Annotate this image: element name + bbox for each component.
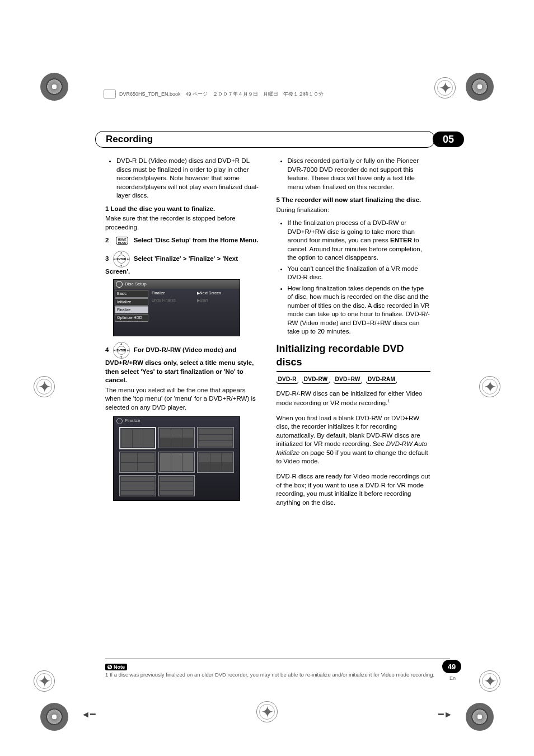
step-text: Select 'Disc Setup' from the Home Menu. (134, 237, 259, 243)
list-item: Finalize (115, 306, 148, 313)
body-paragraph: DVD-R/-RW discs can be initialized for e… (277, 389, 431, 407)
left-column: DVD-R DL (Video mode) discs and DVD+R DL… (105, 157, 260, 633)
step-number: 3 (105, 255, 109, 262)
bullet-text: You can't cancel the finalization of a V… (288, 265, 431, 282)
bullet-text: If the finalization process of a DVD-RW … (288, 219, 431, 262)
crop-ring-icon (466, 703, 494, 731)
book-info-text: DVR650HS_TDR_EN.book 49 ページ ２００７年４月９日 月曜… (119, 91, 324, 98)
list-item: Basic (115, 290, 148, 297)
bullet-text: How long finalization takes depends on t… (288, 284, 431, 336)
disc-icon (116, 418, 123, 424)
registration-mark-icon: ✦ (34, 376, 55, 397)
ds-title: Disc Setup (125, 281, 147, 288)
step-heading: 5 The recorder will now start finalizing… (277, 196, 431, 205)
menu-style-thumb (158, 427, 195, 448)
list-item: Initialize (115, 298, 148, 306)
step-heading: 3 ENTER ▲▼◄► Select 'Finalize' > 'Finali… (105, 251, 260, 276)
menu-style-thumb (119, 427, 156, 449)
footnote-box: ✎Note 1 If a disc was previously finaliz… (105, 659, 450, 678)
enter-button-icon: ENTER ▲▼◄► (113, 251, 130, 267)
step-body: During finalization: (277, 206, 431, 215)
step-body: Make sure that the recorder is stopped b… (105, 214, 260, 232)
book-header: DVR650HS_TDR_EN.book 49 ページ ２００７年４月９日 月曜… (104, 90, 430, 98)
arrow-left-icon: ◄━ (78, 708, 99, 720)
page-number: 49 (442, 660, 461, 673)
list-item: Finalize (152, 290, 193, 295)
step-heading: 2 HOMEMENU Select 'Disc Setup' from the … (105, 236, 260, 245)
home-menu-icon: HOMEMENU (116, 237, 128, 245)
crop-ring-icon (40, 73, 68, 101)
chapter-number: 05 (433, 132, 464, 147)
registration-mark-icon: ✦ (256, 701, 278, 722)
registration-mark-icon: ✦ (479, 376, 500, 397)
chapter-title: Recording (95, 131, 435, 148)
menu-style-thumb (158, 475, 195, 496)
bullet-text: Discs recorded partially or fully on the… (288, 157, 431, 191)
note-badge: ✎Note (105, 664, 127, 670)
footnote-text: 1 If a disc was previously finalized on … (105, 672, 450, 678)
body-paragraph: DVD-R discs are ready for Video mode rec… (277, 472, 431, 507)
menu-style-thumb (197, 452, 234, 473)
disc-icon (116, 281, 123, 288)
step-heading: 1 Load the disc you want to finalize. (105, 205, 260, 214)
step-number: 2 (105, 237, 109, 243)
step-heading: 4 ENTER ▲▼◄► For DVD-R/-RW (Video mode) … (105, 342, 260, 385)
step-number: 4 (105, 346, 109, 353)
finalize-menu-screenshot: Finalize (113, 416, 240, 501)
list-item: ▶Next Screen (197, 290, 238, 295)
page-language: En (449, 675, 456, 681)
book-icon (104, 90, 116, 98)
enter-label: ENTER (390, 237, 412, 243)
section-heading: Initializing recordable DVD discs (277, 342, 431, 373)
chapter-header: Recording 05 (95, 132, 464, 147)
disc-type: DVD+RW (334, 376, 362, 382)
disc-setup-screenshot: Disc Setup Basic Initialize Finalize Opt… (113, 279, 240, 336)
disc-type: DVD-RAM (366, 376, 397, 382)
menu-style-thumb (197, 427, 234, 448)
registration-mark-icon: ✦ (479, 670, 500, 692)
enter-button-icon: ENTER ▲▼◄► (113, 342, 130, 359)
crop-ring-icon (466, 73, 494, 101)
menu-style-thumb (119, 475, 156, 496)
pencil-icon: ✎ (107, 665, 112, 669)
list-item: ▶Start (197, 298, 238, 303)
arrow-right-icon: ━► (435, 708, 456, 720)
right-column: Discs recorded partially or fully on the… (277, 157, 431, 633)
list-item: Optimize HDD (115, 314, 148, 321)
disc-type: DVD-R (277, 376, 298, 382)
crop-ring-icon (40, 703, 68, 731)
bullet-text: DVD-R DL (Video mode) discs and DVD+R DL… (116, 157, 260, 200)
menu-style-thumb (158, 452, 195, 473)
disc-type: DVD-RW (302, 376, 330, 382)
fm-title: Finalize (125, 418, 140, 424)
body-paragraph: When you first load a blank DVD-RW or DV… (277, 414, 431, 466)
registration-mark-icon: ✦ (434, 77, 456, 98)
page-root: ✦ ✦ ✦ ✦ ✦ ✦ ◄━ ━► DVR650HS_TDR_EN.book 4… (0, 0, 534, 756)
step-body: The menu you select will be the one that… (105, 386, 260, 412)
content-columns: DVD-R DL (Video mode) discs and DVD+R DL… (105, 157, 430, 633)
menu-style-thumb (119, 452, 156, 473)
registration-mark-icon: ✦ (34, 670, 55, 692)
disc-type-badges: DVD-R DVD-RW DVD+RW DVD-RAM (277, 375, 431, 383)
list-item: Undo Finalize (152, 298, 193, 303)
